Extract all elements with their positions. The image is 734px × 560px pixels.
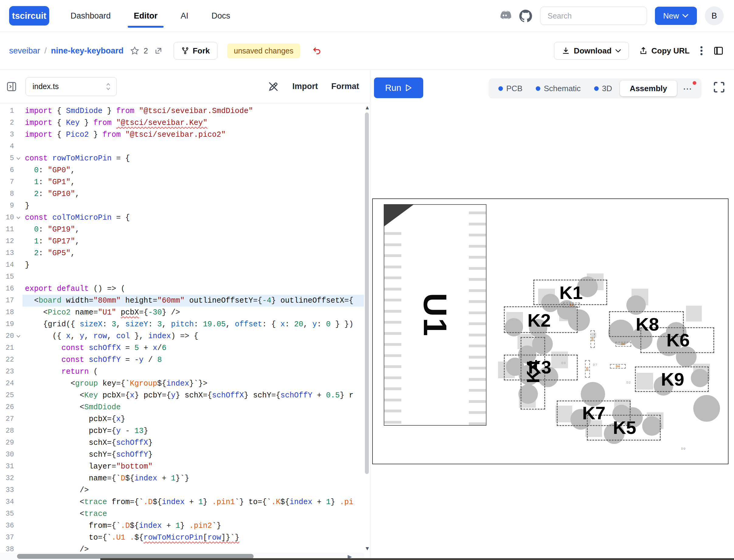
code-line[interactable]: 29 schX={schOffX} (0, 437, 364, 449)
code-line[interactable]: 31 layer="bottom" (0, 461, 364, 472)
code-line[interactable]: 27 pcbX={x} (0, 413, 364, 425)
code-line[interactable]: 1import { SmdDiode } from "@tsci/seveiba… (0, 105, 364, 117)
code-line[interactable]: 33 /> (0, 484, 364, 496)
code-line[interactable]: 11 0: "GP19", (0, 224, 364, 235)
fold-chevron-icon[interactable] (14, 153, 22, 164)
code-line[interactable]: 36 from={`.D${index + 1} .pin2`} (0, 520, 364, 532)
fold-spacer (14, 200, 22, 212)
fold-spacer (14, 164, 22, 176)
fold-chevron-icon[interactable] (14, 212, 22, 224)
code-line[interactable]: 12 1: "GP17", (0, 235, 364, 247)
assembly-board[interactable]: U1 D1D8D6D5D4D3D7D2D9K1K2K8K6K3K4K9K7K5 (372, 198, 729, 464)
breadcrumb-owner[interactable]: seveibar (9, 46, 40, 56)
code-line[interactable]: 25 <Key pcbX={x} pcbY={y} schX={schOffX}… (0, 390, 364, 401)
code-line[interactable]: 24 <group key={`Kgroup${index}`}> (0, 378, 364, 390)
code-line[interactable]: 26 <SmdDiode (0, 401, 364, 413)
undo-icon[interactable] (312, 46, 321, 55)
code-text: 0: "GP19", (22, 224, 364, 235)
notification-dot (693, 81, 696, 85)
u1-pin (469, 245, 486, 248)
run-button[interactable]: Run (374, 77, 423, 98)
code-line[interactable]: 17 <board width="80mm" height="60mm" out… (0, 295, 364, 307)
open-external-icon[interactable] (154, 46, 163, 55)
code-line[interactable]: 10const colToMicroPin = { (0, 212, 364, 224)
line-number: 14 (0, 259, 14, 271)
fold-chevron-icon[interactable] (14, 330, 22, 342)
u1-pin (469, 278, 486, 281)
nav-item-docs[interactable]: Docs (212, 6, 230, 26)
code-line[interactable]: 37 to={`.U1 .${rowToMicroPin[row]}`} (0, 532, 364, 544)
fold-spacer (14, 283, 22, 295)
code-line[interactable]: 35 <trace (0, 508, 364, 520)
code-text (22, 141, 364, 153)
diode-label: D2 (626, 381, 631, 384)
code-line[interactable]: 19 {grid({ sizeX: 3, sizeY: 3, pitch: 19… (0, 318, 364, 330)
code-line[interactable]: 4 (0, 141, 364, 153)
code-line[interactable]: 8 2: "GP10", (0, 188, 364, 200)
code-line[interactable]: 20 ({ x, y, row, col }, index) => { (0, 330, 364, 342)
code-line[interactable]: 30 schY={schOffY} (0, 449, 364, 461)
breadcrumb-separator: / (44, 46, 47, 56)
code-line[interactable]: 38 /> (0, 544, 364, 553)
code-line[interactable]: 2import { Key } from "@tsci/seveibar.Key… (0, 117, 364, 129)
code-line[interactable]: 6 0: "GP0", (0, 164, 364, 176)
key-label-k8: K8 (636, 314, 659, 335)
vertical-scrollbar[interactable]: ▲ ▼ (364, 105, 370, 551)
file-select[interactable]: index.ts (26, 77, 117, 96)
code-text: const rowToMicroPin = { (22, 153, 364, 164)
tab-more[interactable]: ⋯ (679, 81, 696, 96)
diode-footprint[interactable]: D5 (585, 360, 590, 378)
code-line[interactable]: 3import { Pico2 } from "@tsci/seveibar.p… (0, 129, 364, 141)
tab-schematic[interactable]: Schematic (530, 81, 586, 96)
scroll-up-icon[interactable]: ▲ (364, 105, 370, 110)
format-button[interactable]: Format (331, 82, 359, 91)
sidebar-toggle-icon[interactable] (6, 81, 17, 92)
fullscreen-icon[interactable] (712, 80, 726, 94)
avatar[interactable]: B (705, 6, 724, 25)
code-line[interactable]: 32 name={`D${index + 1}`} (0, 472, 364, 484)
tab-schematic-label: Schematic (544, 84, 581, 93)
new-button[interactable]: New (655, 7, 697, 25)
code-line[interactable]: 5const rowToMicroPin = { (0, 153, 364, 164)
code-line[interactable]: 13 2: "GP5", (0, 247, 364, 259)
vertical-scrollbar-thumb[interactable] (365, 112, 369, 474)
import-button[interactable]: Import (292, 82, 318, 91)
tscircuit-logo[interactable]: tscircuit (9, 6, 49, 26)
u1-chip[interactable]: U1 (384, 204, 487, 426)
code-line[interactable]: 28 pcbY={y - 13} (0, 425, 364, 437)
code-line[interactable]: 7 1: "GP1", (0, 176, 364, 188)
smd-pad-square (686, 306, 702, 321)
code-line[interactable]: 34 <trace from={`.D${index + 1} .pin1`} … (0, 496, 364, 508)
tab-3d[interactable]: 3D (589, 81, 618, 96)
tab-pcb[interactable]: PCB (493, 81, 528, 96)
diode-footprint[interactable]: D8 (591, 330, 595, 348)
code-line[interactable]: 15 (0, 271, 364, 283)
nav-item-dashboard[interactable]: Dashboard (71, 6, 111, 26)
code-line[interactable]: 16export default () => ( (0, 283, 364, 295)
star-icon[interactable] (130, 46, 139, 55)
nav-item-editor[interactable]: Editor (134, 6, 157, 26)
nav-item-ai[interactable]: AI (181, 6, 188, 26)
code-line[interactable]: 23 return ( (0, 366, 364, 378)
search-input[interactable] (540, 7, 647, 25)
discord-icon[interactable] (498, 11, 512, 21)
code-line[interactable]: 9} (0, 200, 364, 212)
scroll-down-icon[interactable]: ▼ (364, 546, 370, 551)
breadcrumb-repo[interactable]: nine-key-keyboard (51, 46, 124, 56)
panel-layout-icon[interactable] (713, 46, 724, 56)
diode-footprint[interactable]: D4 (610, 364, 626, 369)
download-button[interactable]: Download (554, 42, 629, 60)
diode-footprint[interactable]: D6 (615, 342, 631, 347)
github-icon[interactable] (519, 9, 532, 22)
edit-disabled-icon[interactable] (268, 81, 279, 92)
tab-assembly[interactable]: Assembly (620, 81, 677, 96)
code-line[interactable]: 18 <Pico2 name="U1" pcbX={-30} /> (0, 307, 364, 318)
fork-button[interactable]: Fork (174, 42, 217, 60)
code-area[interactable]: 1import { SmdDiode } from "@tsci/seveiba… (0, 103, 364, 553)
code-line[interactable]: 22 const schOffY = -y / 8 (0, 354, 364, 366)
key-label-k9: K9 (661, 369, 684, 390)
code-line[interactable]: 21 const schOffX = 5 + x/6 (0, 342, 364, 354)
kebab-menu-icon[interactable] (700, 46, 703, 56)
code-line[interactable]: 14} (0, 259, 364, 271)
copy-url-button[interactable]: Copy URL (639, 46, 690, 56)
